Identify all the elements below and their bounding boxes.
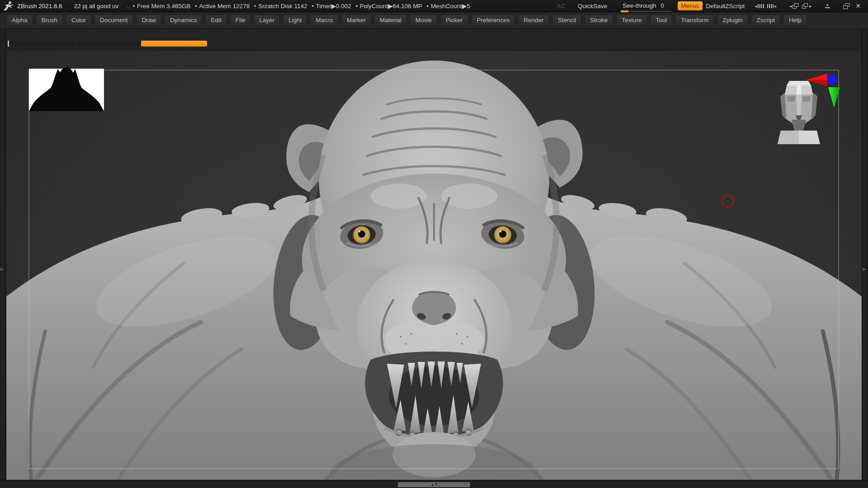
menu-help[interactable]: Help	[783, 15, 807, 26]
menu-tool[interactable]: Tool	[650, 15, 672, 26]
menu-color[interactable]: Color	[66, 15, 91, 26]
stat-timer-0-002: •Timer▶0.002	[312, 3, 351, 9]
bullet-separator: •	[195, 3, 197, 9]
see-through-value: 0	[661, 2, 665, 9]
stat-text: PolyCount▶64.106 MP	[360, 3, 422, 9]
quicksave-button[interactable]: QuickSave	[578, 3, 607, 9]
menu-light[interactable]: Light	[283, 15, 307, 26]
camview-head-icon[interactable]	[778, 81, 820, 144]
title-bar: ZBrush 2021.6.6 22 pj all good uv .. •Fr…	[0, 0, 868, 12]
next-ui-page-button[interactable]: ▸	[767, 4, 777, 9]
right-tray-divider[interactable]: ▸	[862, 29, 868, 480]
scrubber-tick	[8, 41, 9, 47]
document-viewport[interactable]	[6, 51, 862, 480]
close-button[interactable]: ✕	[855, 2, 861, 9]
left-tray-divider[interactable]: ▸	[0, 29, 6, 480]
left-tray-open-arrow-icon[interactable]: ▸	[0, 265, 4, 273]
document-title: 22 pj all good uv	[74, 3, 118, 9]
axis-z-dot-icon	[827, 75, 837, 84]
stat-text: Scratch Disk 1142	[258, 3, 307, 9]
next-document-button[interactable]: ▸	[802, 3, 811, 9]
status-stats: •Free Mem 3.465GB •Active Mem 12278 •Scr…	[133, 2, 473, 9]
bullet-separator: •	[254, 3, 256, 9]
menu-alpha[interactable]: Alpha	[6, 15, 33, 26]
menu-file[interactable]: File	[230, 15, 251, 26]
sculpt-viewport[interactable]	[6, 51, 862, 480]
menu-texture[interactable]: Texture	[616, 15, 647, 26]
see-through-label: See-through	[623, 2, 656, 9]
stat-text: Free Mem 3.465GB	[137, 3, 191, 9]
current-zscript-label: DefaultZScript	[706, 3, 745, 9]
menu-macro[interactable]: Macro	[310, 15, 338, 26]
scrubber-track-segment[interactable]	[9, 41, 76, 46]
brush-cursor-icon	[722, 195, 734, 207]
menu-document[interactable]: Document	[94, 15, 133, 26]
top-shelf	[0, 29, 868, 51]
menu-bar: Alpha Brush Color Document Draw Dynamics…	[0, 12, 868, 29]
minimize-button[interactable]: ▼	[824, 4, 830, 8]
ac-indicator: AC	[557, 3, 566, 9]
bottom-tray-handle[interactable]: ▲▼	[398, 482, 470, 487]
menu-marker[interactable]: Marker	[341, 15, 371, 26]
bullet-separator: •	[133, 3, 135, 9]
menu-stencil[interactable]: Stencil	[552, 15, 582, 26]
menu-picker[interactable]: Picker	[440, 15, 468, 26]
menus-toggle-button[interactable]: Menus	[678, 1, 703, 10]
prev-ui-page-button[interactable]: ◂	[755, 4, 764, 9]
bottom-tray-divider: ▲▼	[0, 480, 868, 488]
menu-movie[interactable]: Movie	[410, 15, 437, 26]
stat-active-mem-12278: •Active Mem 12278	[195, 3, 250, 9]
stat-text: Active Mem 12278	[199, 3, 250, 9]
scrubber-active-segment[interactable]	[141, 41, 207, 47]
stat-polycount-64-106-mp: •PolyCount▶64.106 MP	[356, 3, 422, 9]
sculpted-creature[interactable]	[6, 61, 862, 480]
stat-text: Timer▶0.002	[316, 3, 351, 9]
zbrush-logo-icon	[3, 1, 14, 11]
menu-draw[interactable]: Draw	[137, 15, 162, 26]
menu-material[interactable]: Material	[374, 15, 407, 26]
restore-window-button[interactable]	[843, 3, 849, 9]
menu-render[interactable]: Render	[518, 15, 549, 26]
menu-preferences[interactable]: Preferences	[472, 15, 515, 26]
menu-zscript[interactable]: Zscript	[751, 15, 781, 26]
right-tray-open-arrow-icon[interactable]: ▸	[863, 265, 866, 273]
menu-layer[interactable]: Layer	[254, 15, 280, 26]
tray-down-arrow-icon: ▼	[434, 482, 438, 487]
menu-zplugin[interactable]: Zplugin	[717, 15, 748, 26]
menu-edit[interactable]: Edit	[205, 15, 226, 26]
see-through-fill	[621, 10, 628, 12]
prev-document-button[interactable]: ◂	[789, 3, 799, 9]
stat-text: MeshCount▶5	[431, 3, 470, 9]
window-stack-icon	[802, 3, 808, 9]
stat-scratch-disk-1142: •Scratch Disk 1142	[254, 3, 307, 9]
bullet-separator: •	[427, 3, 429, 9]
bullet-separator: •	[356, 3, 358, 9]
stat-free-mem-3-465gb: •Free Mem 3.465GB	[133, 3, 191, 9]
title-ellipsis: ..	[127, 3, 130, 9]
app-title: ZBrush 2021.6.6	[17, 3, 62, 9]
bullet-separator: •	[312, 3, 314, 9]
tray-up-arrow-icon: ▲	[430, 482, 434, 487]
stat-meshcount-5: •MeshCount▶5	[427, 3, 470, 9]
axis-y-arrow-icon	[828, 87, 840, 108]
titlebar-icon-group: ◂ ▸ ◂ ▸ ▼ ✕	[755, 2, 863, 9]
see-through-slider[interactable]: See-through0	[623, 2, 664, 10]
axis-x-arrow-icon	[806, 74, 827, 80]
alpha-thumbnail[interactable]	[29, 67, 104, 111]
menu-stroke[interactable]: Stroke	[585, 15, 613, 26]
menu-dynamics[interactable]: Dynamics	[165, 15, 202, 26]
window-stack-icon	[793, 3, 799, 9]
menu-transform[interactable]: Transform	[675, 15, 714, 26]
scrubber-track-segment[interactable]	[76, 41, 141, 46]
menu-brush[interactable]: Brush	[36, 15, 63, 26]
